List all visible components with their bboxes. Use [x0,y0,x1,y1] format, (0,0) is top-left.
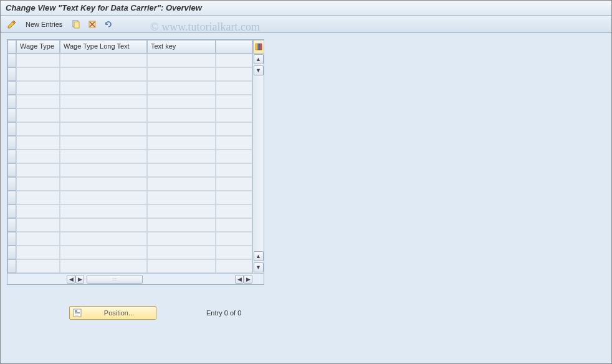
cell-long-text[interactable] [60,122,147,136]
cell-wage-type[interactable] [16,218,60,232]
cell-text-key[interactable] [147,163,216,177]
cell-long-text[interactable] [60,177,147,191]
cell-wage-type[interactable] [16,204,60,218]
table-row [7,204,252,218]
horizontal-scrollbar: ◀ ▶ ::: ◀ ▶ [7,273,264,284]
cell-long-text[interactable] [60,150,147,163]
table-row [7,122,252,136]
cell-text-key[interactable] [147,150,216,163]
cell-text-key[interactable] [147,122,216,136]
cell-wage-type[interactable] [16,246,60,259]
change-icon[interactable] [6,18,18,31]
cell-long-text[interactable] [60,218,147,232]
cell-wage-type[interactable] [16,54,60,67]
position-label: Position... [82,309,156,317]
row-selector[interactable] [7,67,16,81]
table-row [7,163,252,177]
cell-long-text[interactable] [60,54,147,67]
cell-text-key[interactable] [147,67,216,81]
cell-spacer [216,81,252,95]
cell-wage-type[interactable] [16,136,60,150]
cell-long-text[interactable] [60,246,147,259]
row-selector[interactable] [7,204,16,218]
row-selector[interactable] [7,259,16,273]
row-selector[interactable] [7,218,16,232]
cell-spacer [216,246,252,259]
cell-wage-type[interactable] [16,108,60,122]
cell-text-key[interactable] [147,232,216,246]
cell-text-key[interactable] [147,259,216,273]
cell-text-key[interactable] [147,218,216,232]
table-row [7,108,252,122]
cell-long-text[interactable] [60,108,147,122]
cell-spacer [216,54,252,67]
cell-text-key[interactable] [147,191,216,204]
select-all-cell[interactable] [7,40,16,54]
cell-text-key[interactable] [147,136,216,150]
row-selector[interactable] [7,122,16,136]
cell-text-key[interactable] [147,204,216,218]
cell-wage-type[interactable] [16,150,60,163]
svg-rect-10 [75,315,79,315]
cell-wage-type[interactable] [16,67,60,81]
cell-long-text[interactable] [60,232,147,246]
row-selector[interactable] [7,232,16,246]
column-text-key[interactable]: Text key [147,40,216,54]
cell-text-key[interactable] [147,108,216,122]
footer-bar: Position... Entry 0 of 0 [7,306,241,320]
cell-wage-type[interactable] [16,191,60,204]
cell-wage-type[interactable] [16,122,60,136]
cell-wage-type[interactable] [16,163,60,177]
cell-text-key[interactable] [147,54,216,67]
row-selector[interactable] [7,136,16,150]
row-selector[interactable] [7,191,16,204]
scroll-right-button-2[interactable]: ▶ [244,275,252,284]
new-entries-button[interactable]: New Entries [22,19,66,29]
row-selector[interactable] [7,246,16,259]
cell-long-text[interactable] [60,163,147,177]
scroll-left-button[interactable]: ◀ [67,275,75,284]
copy-icon[interactable] [70,18,82,31]
row-selector[interactable] [7,108,16,122]
undo-icon[interactable] [102,18,115,31]
cell-wage-type[interactable] [16,81,60,95]
row-selector[interactable] [7,54,16,67]
row-selector[interactable] [7,177,16,191]
cell-long-text[interactable] [60,95,147,108]
cell-wage-type[interactable] [16,177,60,191]
delete-icon[interactable] [86,18,98,31]
scroll-down-button[interactable]: ▼ [254,65,264,75]
scroll-up-button[interactable]: ▲ [254,54,264,64]
cell-spacer [216,122,252,136]
position-button[interactable]: Position... [69,306,156,320]
cell-wage-type[interactable] [16,232,60,246]
table-settings-icon[interactable] [253,40,264,54]
row-selector[interactable] [7,163,16,177]
cell-spacer [216,95,252,108]
cell-text-key[interactable] [147,95,216,108]
hscroll-thumb[interactable]: ::: [87,275,143,284]
row-selector[interactable] [7,150,16,163]
cell-text-key[interactable] [147,81,216,95]
scroll-up-button-2[interactable]: ▲ [254,251,264,261]
row-selector[interactable] [7,95,16,108]
row-selector[interactable] [7,81,16,95]
cell-long-text[interactable] [60,259,147,273]
cell-long-text[interactable] [60,204,147,218]
scroll-down-button-2[interactable]: ▼ [254,262,264,272]
svg-rect-9 [75,314,80,314]
cell-wage-type[interactable] [16,95,60,108]
table-row [7,232,252,246]
cell-long-text[interactable] [60,67,147,81]
cell-spacer [216,67,252,81]
cell-wage-type[interactable] [16,259,60,273]
cell-text-key[interactable] [147,177,216,191]
cell-long-text[interactable] [60,191,147,204]
column-long-text[interactable]: Wage Type Long Text [60,40,147,54]
scroll-right-button[interactable]: ▶ [75,275,84,284]
column-wage-type[interactable]: Wage Type [16,40,60,54]
cell-long-text[interactable] [60,136,147,150]
cell-text-key[interactable] [147,246,216,259]
scroll-left-button-2[interactable]: ◀ [235,275,244,284]
cell-long-text[interactable] [60,81,147,95]
